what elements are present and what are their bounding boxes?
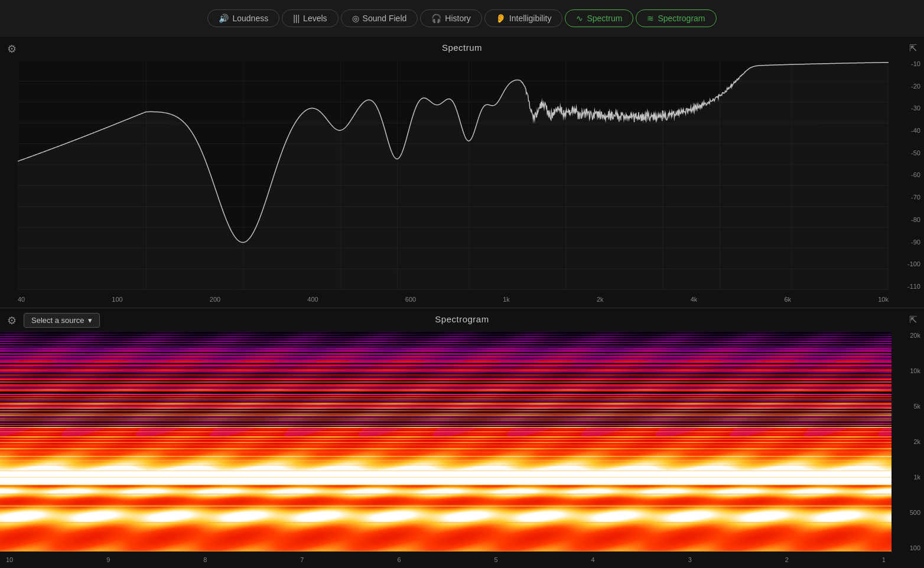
y-label: 2k bbox=[913, 438, 920, 445]
x-label: 5 bbox=[494, 556, 498, 563]
spectrum-x-axis: 40 100 200 400 600 1k 2k 4k 6k 10k bbox=[18, 291, 889, 308]
tab-levels[interactable]: ||| Levels bbox=[282, 9, 338, 27]
spectrogram-canvas-container bbox=[0, 332, 892, 551]
x-label: 100 bbox=[112, 296, 122, 303]
spectrogram-title: Spectrogram bbox=[435, 314, 489, 324]
x-label: 7 bbox=[300, 556, 304, 563]
tab-levels-label: Levels bbox=[303, 14, 327, 23]
tab-intelligibility-label: Intelligibility bbox=[509, 14, 552, 23]
spectrogram-x-axis: 10 9 8 7 6 5 4 3 2 1 bbox=[0, 551, 892, 568]
chevron-down-icon: ▾ bbox=[88, 316, 92, 325]
x-label: 1 bbox=[882, 556, 886, 563]
history-icon: 🎧 bbox=[431, 14, 441, 23]
tab-spectrogram-label: Spectrogram bbox=[658, 14, 705, 23]
tab-spectrum[interactable]: ∿ Spectrum bbox=[565, 9, 633, 27]
y-label: 1k bbox=[913, 474, 920, 481]
spectrum-settings-icon[interactable]: ⚙ bbox=[7, 43, 17, 56]
spectrogram-canvas bbox=[0, 332, 892, 551]
x-label: 10 bbox=[6, 556, 13, 563]
x-label: 6 bbox=[397, 556, 401, 563]
spectrum-icon: ∿ bbox=[576, 14, 583, 23]
source-select-container: Select a source ▾ bbox=[24, 313, 100, 328]
x-label: 8 bbox=[203, 556, 207, 563]
spectrogram-settings-icon[interactable]: ⚙ bbox=[7, 314, 17, 327]
sound-field-icon: ◎ bbox=[352, 14, 359, 23]
source-dropdown[interactable]: Select a source ▾ bbox=[24, 313, 100, 328]
x-label: 2 bbox=[785, 556, 789, 563]
tab-history-label: History bbox=[445, 14, 471, 23]
tab-loudness[interactable]: 🔊 Loudness bbox=[207, 9, 279, 27]
spectrogram-icon: ≋ bbox=[647, 14, 654, 23]
x-label: 3 bbox=[688, 556, 692, 563]
y-label: -90 bbox=[911, 239, 920, 246]
spectrum-title: Spectrum bbox=[442, 43, 482, 53]
tab-spectrogram[interactable]: ≋ Spectrogram bbox=[636, 9, 716, 27]
x-label: 40 bbox=[18, 296, 25, 303]
x-label: 4k bbox=[691, 296, 698, 303]
spectrum-canvas-container bbox=[18, 60, 889, 290]
y-label: -30 bbox=[911, 105, 920, 112]
spectrum-expand-icon[interactable]: ⇱ bbox=[909, 43, 917, 54]
top-navigation: 🔊 Loudness ||| Levels ◎ Sound Field 🎧 Hi… bbox=[0, 0, 924, 37]
y-label: -20 bbox=[911, 83, 920, 90]
x-label: 600 bbox=[405, 296, 416, 303]
x-label: 9 bbox=[106, 556, 110, 563]
levels-icon: ||| bbox=[293, 14, 300, 23]
source-dropdown-label: Select a source bbox=[31, 316, 84, 325]
y-label: 20k bbox=[910, 332, 920, 339]
tab-spectrum-label: Spectrum bbox=[587, 14, 622, 23]
x-label: 400 bbox=[307, 296, 318, 303]
x-label: 2k bbox=[597, 296, 604, 303]
loudness-icon: 🔊 bbox=[219, 14, 229, 23]
x-label: 200 bbox=[210, 296, 220, 303]
y-label: -110 bbox=[907, 283, 920, 290]
y-label: -40 bbox=[911, 127, 920, 134]
spectrum-y-axis: -10 -20 -30 -40 -50 -60 -70 -80 -90 -100… bbox=[892, 60, 924, 290]
y-label: 500 bbox=[910, 509, 920, 516]
intelligibility-icon: 👂 bbox=[496, 14, 506, 23]
y-label: 5k bbox=[913, 403, 920, 410]
x-label: 4 bbox=[591, 556, 595, 563]
y-label: -70 bbox=[911, 194, 920, 201]
y-label: -60 bbox=[911, 171, 920, 178]
y-label: 10k bbox=[910, 367, 920, 374]
spectrogram-expand-icon[interactable]: ⇱ bbox=[909, 314, 917, 325]
tab-loudness-label: Loudness bbox=[232, 14, 268, 23]
x-label: 6k bbox=[784, 296, 791, 303]
y-label: 100 bbox=[910, 544, 920, 551]
x-label: 10k bbox=[878, 296, 889, 303]
y-label: -80 bbox=[911, 216, 920, 223]
tab-intelligibility[interactable]: 👂 Intelligibility bbox=[484, 9, 563, 27]
y-label: -50 bbox=[911, 149, 920, 156]
tab-sound-field-label: Sound Field bbox=[363, 14, 407, 23]
y-label: -100 bbox=[907, 260, 920, 267]
y-label: -10 bbox=[911, 60, 920, 67]
tab-sound-field[interactable]: ◎ Sound Field bbox=[341, 9, 418, 27]
spectrum-canvas bbox=[18, 60, 889, 290]
tab-history[interactable]: 🎧 History bbox=[420, 9, 482, 27]
spectrogram-panel: ⚙ Select a source ▾ Spectrogram ⇱ 20k 10… bbox=[0, 308, 924, 568]
spectrogram-y-axis: 20k 10k 5k 2k 1k 500 100 bbox=[892, 332, 924, 551]
x-label: 1k bbox=[503, 296, 510, 303]
spectrum-panel: ⚙ Spectrum ⇱ -10 -20 -30 -40 -50 -60 -70… bbox=[0, 37, 924, 308]
